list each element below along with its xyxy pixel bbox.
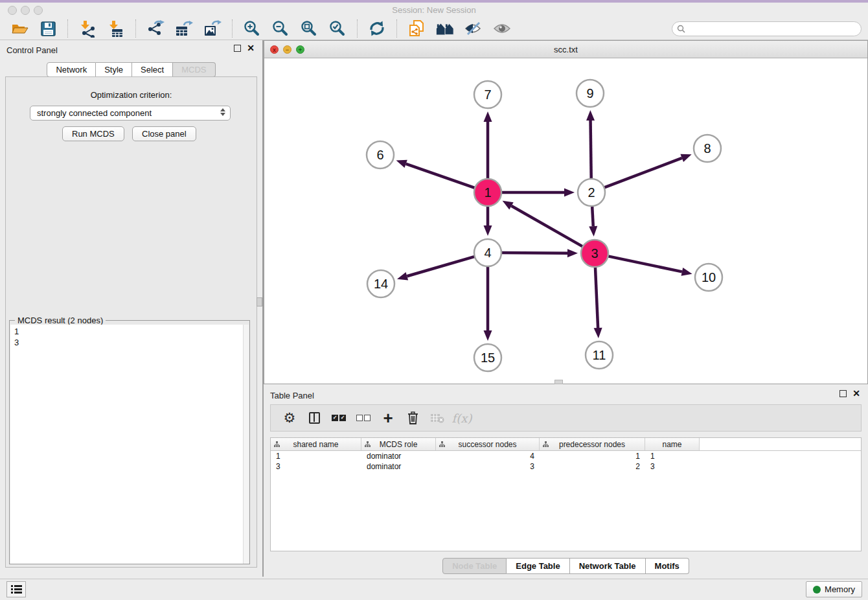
column-header-name[interactable]: name <box>645 438 700 450</box>
delete-column-icon[interactable] <box>404 409 422 427</box>
first-neighbors-icon[interactable] <box>435 19 455 38</box>
vertical-splitter-handle[interactable] <box>257 297 262 306</box>
node-table[interactable]: shared nameMCDS rolesuccessor nodesprede… <box>270 437 862 551</box>
table-cell[interactable]: 1 <box>271 451 361 461</box>
control-panel-tabs: NetworkStyleSelectMCDS <box>0 62 262 77</box>
task-history-button[interactable] <box>6 581 26 597</box>
graph-edge-3-11[interactable] <box>595 266 598 328</box>
tab-mcds[interactable]: MCDS <box>173 62 215 77</box>
zoom-window-button[interactable] <box>34 6 43 15</box>
tab-network[interactable]: Network <box>47 62 96 77</box>
select-all-columns-icon[interactable]: ✓✓ <box>330 409 348 427</box>
graph-edge-1-6[interactable] <box>406 164 475 189</box>
float-panel-icon[interactable] <box>234 45 241 52</box>
network-canvas[interactable]: 7968124314101511 <box>264 58 867 384</box>
add-column-icon[interactable]: + <box>379 409 397 427</box>
column-header-successor-nodes[interactable]: successor nodes <box>436 438 540 450</box>
graph-edge-2-3[interactable] <box>592 205 593 226</box>
memory-status-icon <box>813 586 821 594</box>
minimize-window-button[interactable] <box>21 6 30 15</box>
deselect-all-columns-icon[interactable] <box>354 409 372 427</box>
table-cell[interactable]: dominator <box>361 451 436 461</box>
graph-edge-4-3[interactable] <box>501 253 567 253</box>
zoom-out-icon[interactable] <box>271 19 290 38</box>
delete-table-icon <box>428 409 446 427</box>
mcds-result-title: MCDS result (2 nodes) <box>15 316 106 325</box>
table-cell[interactable]: 1 <box>540 451 645 461</box>
graph-node-label: 1 <box>484 185 491 200</box>
tab-node-table[interactable]: Node Table <box>442 558 507 574</box>
graph-edge-arrowhead <box>396 160 407 168</box>
mcds-result-scrollbar[interactable] <box>243 325 249 564</box>
search-input[interactable] <box>689 25 851 34</box>
zoom-selected-icon[interactable] <box>328 19 347 38</box>
column-header-shared-name[interactable]: shared name <box>271 438 361 450</box>
table-body: 1dominator4113dominator323 <box>271 451 861 472</box>
import-network-icon[interactable] <box>78 19 97 38</box>
column-header-mcds-role[interactable]: MCDS role <box>361 438 436 450</box>
network-minimize-button[interactable]: − <box>283 45 291 54</box>
function-builder-icon: f(x) <box>453 409 471 427</box>
hide-selected-icon[interactable] <box>464 19 483 38</box>
table-tabs: Node TableEdge TableNetwork TableMotifs <box>264 558 868 574</box>
memory-button[interactable]: Memory <box>806 581 862 597</box>
table-cell[interactable]: dominator <box>361 461 436 472</box>
clone-network-icon[interactable] <box>407 19 426 38</box>
control-panel: Control Panel ✕ NetworkStyleSelectMCDS O… <box>0 40 262 577</box>
search-icon <box>677 25 685 33</box>
tab-edge-table[interactable]: Edge Table <box>507 558 569 574</box>
table-cell[interactable]: 3 <box>436 461 540 472</box>
show-columns-icon[interactable] <box>305 409 323 427</box>
close-table-panel-icon[interactable]: ✕ <box>852 390 860 397</box>
graph-edge-2-8[interactable] <box>604 158 682 188</box>
table-cell[interactable]: 1 <box>645 451 700 461</box>
export-table-icon[interactable] <box>174 19 194 38</box>
dropdown-stepper-icon <box>220 108 225 116</box>
show-all-icon[interactable] <box>492 19 512 38</box>
table-toolbar: ⚙ ✓✓ + f(x) <box>270 404 862 432</box>
tab-select[interactable]: Select <box>132 62 173 77</box>
network-close-button[interactable]: x <box>270 45 279 54</box>
search-field[interactable] <box>672 21 862 36</box>
graph-edge-3-10[interactable] <box>608 256 682 271</box>
table-cell[interactable]: 3 <box>645 461 700 472</box>
tab-style[interactable]: Style <box>96 62 132 77</box>
zoom-in-icon[interactable] <box>242 19 262 38</box>
tab-motifs[interactable]: Motifs <box>646 558 689 574</box>
close-panel-button[interactable]: Close panel <box>132 126 196 141</box>
open-file-icon[interactable] <box>10 19 29 38</box>
close-panel-icon[interactable]: ✕ <box>247 45 255 52</box>
criterion-dropdown[interactable]: strongly connected component <box>30 106 231 121</box>
horizontal-splitter-handle[interactable] <box>554 380 563 384</box>
column-header-predecessor-nodes[interactable]: predecessor nodes <box>540 438 645 450</box>
save-session-icon[interactable] <box>38 19 58 38</box>
graph-edge-arrowhead <box>567 249 578 257</box>
export-image-icon[interactable] <box>203 19 222 38</box>
mcds-panel: Optimization criterion: strongly connect… <box>5 76 257 568</box>
tab-network-table[interactable]: Network Table <box>570 558 646 574</box>
network-maximize-button[interactable]: + <box>296 45 304 54</box>
mcds-result-text[interactable]: 1 3 <box>10 325 244 564</box>
graph-edge-4-14[interactable] <box>407 257 475 277</box>
graph-node-label: 2 <box>588 185 595 200</box>
zoom-fit-icon[interactable] <box>299 19 319 38</box>
graph-edge-3-1[interactable] <box>511 206 583 247</box>
export-network-icon[interactable] <box>146 19 165 38</box>
graph-edge-arrowhead <box>564 189 575 197</box>
table-cell[interactable]: 3 <box>271 461 361 472</box>
table-row[interactable]: 1dominator411 <box>271 451 861 461</box>
app-title: Session: New Session <box>0 3 868 17</box>
run-mcds-button[interactable]: Run MCDS <box>62 126 124 141</box>
close-window-button[interactable] <box>8 6 17 15</box>
float-table-panel-icon[interactable] <box>839 390 847 397</box>
graph-edge-2-9[interactable] <box>591 121 591 179</box>
table-row[interactable]: 3dominator323 <box>271 461 861 472</box>
table-settings-icon[interactable]: ⚙ <box>280 409 299 427</box>
table-cell[interactable]: 4 <box>436 451 540 461</box>
toolbar-separator <box>135 19 136 38</box>
import-table-icon[interactable] <box>106 19 126 38</box>
table-cell[interactable]: 2 <box>540 461 645 472</box>
refresh-layout-icon[interactable] <box>367 19 387 38</box>
app-titlebar: Session: New Session <box>0 3 868 17</box>
network-window-titlebar[interactable]: x − + scc.txt <box>264 41 867 58</box>
